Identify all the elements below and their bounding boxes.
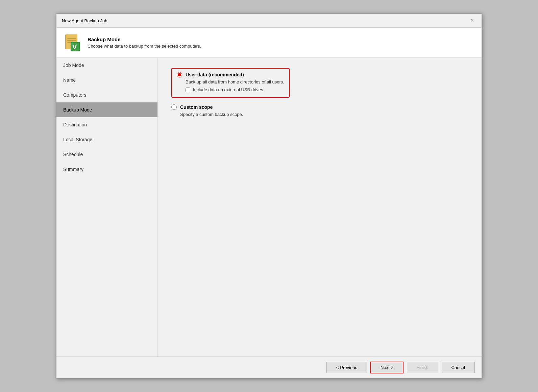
usb-checkbox-row: Include data on external USB drives [186,87,284,92]
sidebar-item-name[interactable]: Name [56,73,157,88]
custom-scope-option: Custom scope [171,104,468,110]
user-data-box: User data (recommended) Back up all data… [171,68,290,98]
user-data-description: Back up all data from home directories o… [186,79,284,84]
header-description: Choose what data to backup from the sele… [88,44,201,49]
usb-drives-label: Include data on external USB drives [193,87,263,92]
content-area: Job Mode Name Computers Backup Mode Dest… [56,58,482,357]
custom-scope-group: Custom scope Specify a custom backup sco… [171,104,468,117]
sidebar-item-local-storage[interactable]: Local Storage [56,132,157,147]
sidebar-item-backup-mode[interactable]: Backup Mode [56,102,157,117]
cancel-button[interactable]: Cancel [442,362,475,373]
header-section: V Backup Mode Choose what data to backup… [56,28,482,58]
previous-button[interactable]: < Previous [326,362,367,373]
header-title: Backup Mode [88,36,201,42]
next-button[interactable]: Next > [370,362,404,373]
main-content: User data (recommended) Back up all data… [158,58,482,357]
user-data-label: User data (recommended) [186,72,244,77]
custom-scope-label: Custom scope [180,104,213,110]
header-text: Backup Mode Choose what data to backup f… [88,36,201,49]
user-data-radio[interactable] [177,72,182,77]
sidebar-item-summary[interactable]: Summary [56,162,157,177]
svg-text:V: V [72,43,77,51]
usb-drives-checkbox[interactable] [186,88,190,92]
footer-bar: < Previous Next > Finish Cancel [56,357,482,378]
dialog-title: New Agent Backup Job [62,18,107,23]
sidebar-item-job-mode[interactable]: Job Mode [56,58,157,73]
title-bar: New Agent Backup Job × [56,14,482,28]
sidebar-item-schedule[interactable]: Schedule [56,147,157,162]
custom-scope-radio[interactable] [171,104,177,110]
finish-button[interactable]: Finish [407,362,438,373]
close-button[interactable]: × [468,17,476,25]
user-data-option: User data (recommended) [177,72,284,77]
sidebar-item-destination[interactable]: Destination [56,117,157,132]
sidebar-item-computers[interactable]: Computers [56,88,157,102]
custom-scope-description: Specify a custom backup scope. [180,112,468,117]
dialog: New Agent Backup Job × V Backup Mode [56,14,482,378]
sidebar: Job Mode Name Computers Backup Mode Dest… [56,58,158,357]
backup-icon: V [63,33,82,52]
